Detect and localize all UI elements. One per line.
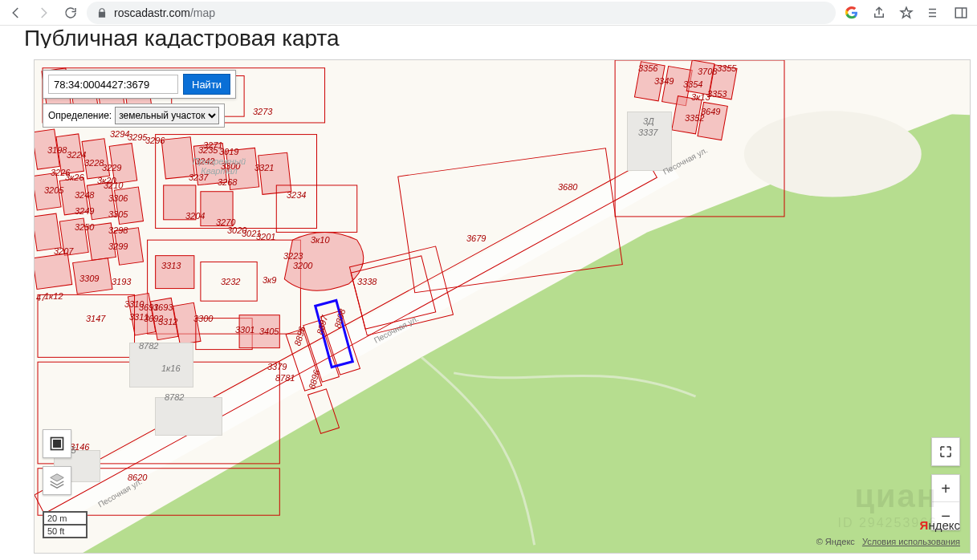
svg-rect-57 <box>38 294 135 357</box>
svg-rect-0 <box>955 8 967 18</box>
svg-rect-21 <box>35 213 61 251</box>
copyright-text: © Яндекс <box>816 537 855 546</box>
share-icon[interactable] <box>868 2 890 24</box>
svg-rect-46 <box>634 62 665 101</box>
svg-rect-14 <box>56 134 84 174</box>
svg-rect-36 <box>201 262 257 301</box>
svg-rect-32 <box>164 185 196 220</box>
definition-row: Определение: земельный участок <box>43 103 225 128</box>
scale-meters: 20 m <box>44 511 86 524</box>
svg-rect-26 <box>73 258 112 294</box>
svg-rect-37 <box>128 294 155 335</box>
svg-rect-20 <box>115 187 144 225</box>
svg-rect-41 <box>239 315 279 348</box>
svg-rect-16 <box>109 144 137 184</box>
svg-rect-44 <box>349 246 453 335</box>
svg-rect-29 <box>193 144 226 185</box>
svg-rect-39 <box>173 302 201 344</box>
yandex-logo[interactable]: ЯЯндексндекс <box>920 518 960 532</box>
scale-feet: 50 ft <box>44 524 86 537</box>
zoom-in-button[interactable]: + <box>932 475 959 502</box>
svg-rect-17 <box>35 172 61 210</box>
url-text: roscadastr.com/map <box>114 6 215 19</box>
google-shortcut-icon[interactable] <box>841 2 863 24</box>
side-panel-icon[interactable] <box>950 2 972 24</box>
svg-rect-61 <box>53 440 61 448</box>
map-attribution: © Яндекс Условия использования <box>816 537 960 546</box>
svg-rect-15 <box>82 139 110 179</box>
fullscreen-button[interactable] <box>931 437 960 466</box>
layers-icon <box>48 472 66 489</box>
svg-rect-55 <box>307 389 339 433</box>
svg-rect-19 <box>87 182 116 220</box>
svg-rect-28 <box>161 137 194 179</box>
svg-rect-18 <box>59 177 88 215</box>
svg-rect-35 <box>156 256 194 289</box>
reload-button[interactable] <box>59 2 82 24</box>
scale-bar: 20 m 50 ft <box>43 511 88 538</box>
ruler-icon <box>49 436 65 452</box>
layers-button[interactable] <box>43 466 71 495</box>
svg-rect-43 <box>398 148 623 293</box>
svg-rect-52 <box>286 329 322 391</box>
svg-rect-22 <box>59 218 88 256</box>
building <box>129 343 193 388</box>
svg-rect-51 <box>698 102 727 140</box>
page-title: Публичная кадастровая карта <box>0 26 977 48</box>
terms-link[interactable]: Условия использования <box>862 537 960 546</box>
arrow-left-icon <box>9 6 23 20</box>
bookmark-icon[interactable] <box>895 2 918 24</box>
svg-rect-25 <box>35 254 72 290</box>
definition-select[interactable]: земельный участок <box>115 107 219 124</box>
map-viewport[interactable]: 3273 3235 3294 3295 3296 3198 3224 3228 … <box>34 59 971 554</box>
cadastral-overlay <box>35 60 970 553</box>
building <box>155 397 222 436</box>
svg-rect-56 <box>351 256 436 329</box>
reload-icon <box>63 6 78 20</box>
svg-rect-24 <box>115 228 144 266</box>
browser-toolbar: roscadastr.com/map <box>0 0 977 26</box>
measure-tool-button[interactable] <box>43 429 71 458</box>
definition-label: Определение: <box>48 110 112 121</box>
svg-rect-13 <box>35 129 59 169</box>
svg-rect-33 <box>201 192 233 226</box>
back-button[interactable] <box>5 2 27 24</box>
search-panel: Найти <box>43 70 236 99</box>
forward-button[interactable] <box>32 2 55 24</box>
page-body: Публичная кадастровая карта <box>0 26 977 560</box>
arrow-right-icon <box>36 6 51 20</box>
reading-list-icon[interactable] <box>922 2 945 24</box>
cadastral-search-input[interactable] <box>48 75 178 94</box>
svg-rect-31 <box>258 152 291 194</box>
building <box>627 112 672 171</box>
svg-rect-23 <box>87 223 116 261</box>
svg-rect-30 <box>226 148 259 189</box>
address-bar[interactable]: roscadastr.com/map <box>87 2 836 24</box>
lock-icon <box>96 7 108 18</box>
fullscreen-icon <box>938 444 953 459</box>
find-button[interactable]: Найти <box>183 74 230 95</box>
